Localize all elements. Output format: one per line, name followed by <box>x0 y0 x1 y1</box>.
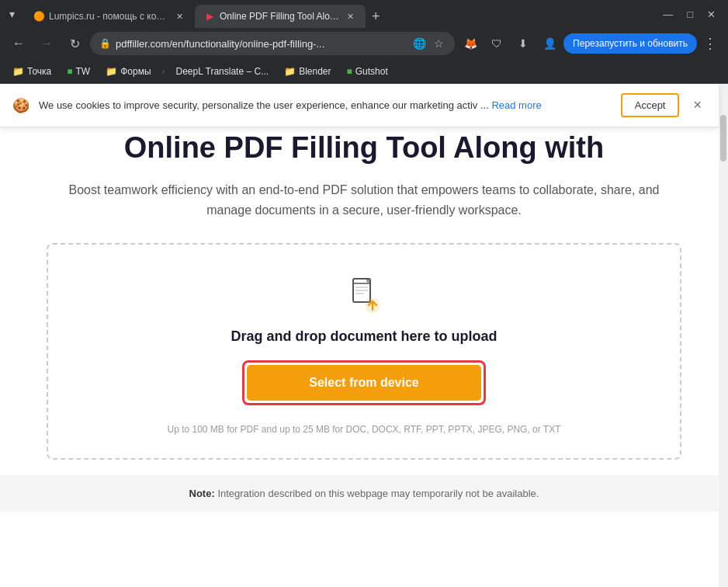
note-text: Integration described on this webpage ma… <box>217 488 539 499</box>
select-from-device-button[interactable]: Select from device <box>247 365 480 401</box>
scrollbar[interactable] <box>719 84 728 587</box>
tab-pdffiller[interactable]: ▶ Online PDF Filling Tool Along w... ✕ <box>195 5 366 28</box>
bookmark-formy[interactable]: 📁 Формы <box>99 63 157 80</box>
maximize-button[interactable]: □ <box>681 5 699 23</box>
minimize-button[interactable]: — <box>657 5 679 23</box>
bookmark-blender-label: Blender <box>299 66 331 77</box>
shield-icon[interactable]: 🛡 <box>484 31 509 56</box>
page-subtitle: Boost teamwork efficiency with an end-to… <box>61 180 667 220</box>
title-bar: ▾ 🟠 Lumpics.ru - помощь с компь... ✕ ▶ O… <box>0 0 728 28</box>
security-icon: 🔒 <box>99 38 111 49</box>
scrollbar-thumb[interactable] <box>720 115 726 162</box>
bookmark-blender-icon: 📁 <box>284 66 296 77</box>
note-label-bold: Note: <box>189 488 215 499</box>
note-label: Note: Integration described on this webp… <box>189 488 539 499</box>
extensions-icon[interactable]: 🦊 <box>458 31 483 56</box>
bookmark-blender[interactable]: 📁 Blender <box>278 63 337 80</box>
tab-favicon-lumpics: 🟠 <box>33 11 44 22</box>
upload-limit-text: Up to 100 MB for PDF and up to 25 MB for… <box>79 424 649 435</box>
tab-close-pdffiller[interactable]: ✕ <box>344 10 356 23</box>
address-bar[interactable]: 🔒 pdffiller.com/en/functionality/online-… <box>90 32 455 55</box>
back-button[interactable]: ← <box>6 31 31 56</box>
cookie-icon: 🍪 <box>12 97 29 114</box>
bookmark-formy-label: Формы <box>120 66 151 77</box>
bookmark-star-icon[interactable]: ☆ <box>432 36 445 51</box>
page-content: 🍪 We use cookies to improve security, pe… <box>0 84 728 587</box>
bookmark-tw-label: TW <box>76 66 91 77</box>
tabs-area: 🟠 Lumpics.ru - помощь с компь... ✕ ▶ Onl… <box>24 0 650 28</box>
bookmark-tochka[interactable]: 📁 Точка <box>6 63 57 80</box>
nav-right-buttons: 🦊 🛡 ⬇ 👤 Перезапустить и обновить ⋮ <box>458 31 722 56</box>
page-title-text: Online PDF Filling Tool Along with <box>124 131 604 164</box>
browser-chrome: ▾ 🟠 Lumpics.ru - помощь с компь... ✕ ▶ O… <box>0 0 728 84</box>
tab-favicon-pdffiller: ▶ <box>204 11 215 22</box>
page-title-overflow: Online PDF Filling Tool Along with <box>47 130 681 174</box>
bookmark-gutshot-label: Gutshot <box>355 66 388 77</box>
cookie-close-button[interactable]: × <box>688 96 706 115</box>
tab-lumpics[interactable]: 🟠 Lumpics.ru - помощь с компь... ✕ <box>24 5 195 28</box>
address-action-icons: 🌐 ☆ <box>411 36 445 51</box>
bookmark-gutshot-icon: ■ <box>347 66 352 77</box>
bookmark-deepl[interactable]: DeepL Translate – C... <box>170 63 276 80</box>
nav-bar: ← → ↻ 🔒 pdffiller.com/en/functionality/o… <box>0 28 728 59</box>
cookie-read-more-link[interactable]: Read more <box>491 99 541 111</box>
browser-menu-button[interactable]: ⋮ <box>699 32 722 55</box>
tab-close-lumpics[interactable]: ✕ <box>173 10 185 23</box>
bookmark-gutshot[interactable]: ■ Gutshot <box>341 63 394 80</box>
cookie-text-content: We use cookies to improve security, pers… <box>39 99 489 111</box>
upload-area[interactable]: Drag and drop document here to upload Se… <box>47 243 681 460</box>
translate-icon[interactable]: 🌐 <box>411 36 428 51</box>
upload-svg-icon <box>345 276 383 313</box>
tab-title-pdffiller: Online PDF Filling Tool Along w... <box>220 11 339 22</box>
bookmark-tw[interactable]: ■ TW <box>61 63 96 80</box>
window-controls-right: — □ ✕ <box>657 5 722 23</box>
bookmark-tochka-label: Точка <box>27 66 51 77</box>
bookmark-formy-icon: 📁 <box>106 66 117 77</box>
forward-button[interactable]: → <box>34 31 59 56</box>
bookmark-separator-1: › <box>161 66 167 77</box>
address-text: pdffiller.com/en/functionality/online-pd… <box>116 38 407 50</box>
bookmark-deepl-label: DeepL Translate – C... <box>176 66 269 77</box>
bookmark-tw-icon: ■ <box>67 66 72 77</box>
upload-icon <box>79 276 649 316</box>
profile-button[interactable]: 👤 <box>537 31 562 56</box>
close-button[interactable]: ✕ <box>701 5 722 23</box>
tab-title-lumpics: Lumpics.ru - помощь с компь... <box>49 11 168 22</box>
restart-button[interactable]: Перезапустить и обновить <box>563 33 697 54</box>
drag-drop-text: Drag and drop document here to upload <box>79 328 649 345</box>
note-section: Note: Integration described on this webp… <box>0 475 728 512</box>
bookmarks-bar: 📁 Точка ■ TW 📁 Формы › DeepL Translate –… <box>0 59 728 84</box>
window-controls-left: ▾ <box>6 5 18 23</box>
main-content: Online PDF Filling Tool Along with Boost… <box>0 84 728 475</box>
refresh-button[interactable]: ↻ <box>62 31 87 56</box>
cookie-accept-button[interactable]: Accept <box>621 93 680 117</box>
download-icon[interactable]: ⬇ <box>511 31 536 56</box>
select-button-wrapper: Select from device <box>242 360 485 405</box>
tab-dropdown-button[interactable]: ▾ <box>6 5 18 23</box>
cookie-text: We use cookies to improve security, pers… <box>39 99 612 111</box>
cookie-banner: 🍪 We use cookies to improve security, pe… <box>0 84 719 127</box>
bookmark-folder-icon: 📁 <box>12 66 24 77</box>
new-tab-button[interactable]: + <box>366 5 387 28</box>
